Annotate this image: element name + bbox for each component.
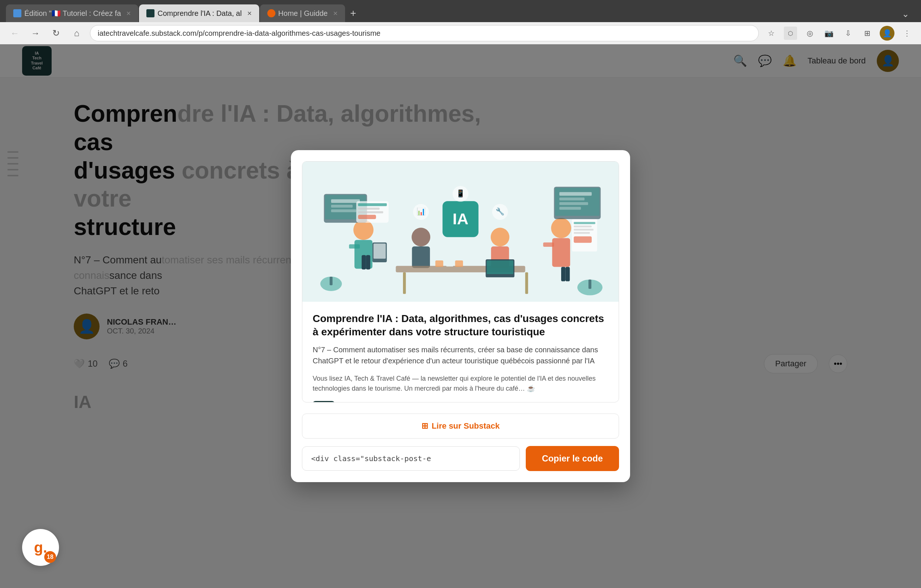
copy-code-button[interactable]: Copier le code: [526, 446, 619, 471]
code-copy-row: Copier le code: [302, 446, 619, 471]
modal-overlay[interactable]: IA: [0, 44, 921, 588]
tab-1-close[interactable]: ✕: [126, 10, 131, 17]
svg-rect-50: [574, 229, 594, 231]
tab-3-label: Home | Guidde: [278, 9, 328, 18]
page-background: IATechTravelCafé 🔍 💬 🔔 Tableau de bord 👤…: [0, 44, 921, 588]
preview-image: IA: [302, 161, 619, 302]
svg-rect-33: [559, 202, 588, 205]
svg-rect-18: [487, 261, 513, 274]
svg-rect-44: [435, 261, 443, 267]
address-bar[interactable]: iatechtravelcafe.substack.com/p/comprend…: [90, 25, 759, 41]
svg-text:🔧: 🔧: [496, 207, 505, 216]
svg-point-10: [412, 228, 430, 246]
read-on-substack-button[interactable]: ⊞ Lire sur Substack: [302, 414, 619, 438]
nav-icons: ☆ ⬡ ◎ 📷 ⇩ ⊞ 👤 ⋮: [765, 26, 914, 41]
svg-rect-27: [331, 205, 353, 208]
svg-rect-49: [574, 225, 592, 227]
embed-code-input[interactable]: [302, 446, 520, 471]
bookmark-icon[interactable]: ☆: [765, 26, 778, 40]
svg-rect-21: [543, 243, 554, 247]
svg-rect-22: [561, 267, 566, 282]
modal-card: IA: [291, 150, 630, 482]
svg-text:📱: 📱: [456, 189, 465, 198]
preview-card: IA: [302, 161, 619, 402]
svg-rect-6: [362, 255, 366, 269]
svg-point-15: [491, 228, 509, 246]
svg-rect-26: [331, 199, 360, 203]
home-button[interactable]: ⌂: [69, 26, 84, 41]
svg-rect-14: [526, 272, 528, 294]
svg-rect-38: [358, 211, 383, 213]
preview-body-text: Vous lisez IA, Tech & Travel Café — la n…: [312, 374, 609, 394]
url-text: iatechtravelcafe.substack.com/p/comprend…: [98, 29, 751, 37]
tab-2[interactable]: Comprendre l'IA : Data, al ✕: [139, 5, 259, 22]
svg-rect-13: [403, 272, 406, 294]
svg-rect-45: [446, 259, 454, 267]
menu-button[interactable]: ⋮: [900, 26, 914, 40]
svg-rect-46: [455, 261, 463, 267]
tab-list-button[interactable]: ⌄: [896, 6, 915, 22]
preview-description: N°7 – Comment automatiser ses mails récu…: [312, 344, 609, 366]
back-button[interactable]: ←: [7, 26, 22, 41]
svg-rect-31: [559, 192, 592, 196]
svg-rect-7: [366, 255, 371, 269]
svg-rect-28: [331, 210, 356, 212]
new-tab-button[interactable]: +: [346, 5, 361, 22]
tab-1[interactable]: Édition "🇫🇷 Tutoriel : Créez fa ✕: [6, 5, 138, 22]
preview-author-row: IATechTravelCafé Nicolas François IA, Te…: [312, 401, 609, 402]
svg-text:IA: IA: [453, 210, 469, 228]
svg-rect-51: [574, 232, 590, 234]
tab-3-close[interactable]: ✕: [333, 10, 338, 17]
tab-bar: Édition "🇫🇷 Tutoriel : Créez fa ✕ Compre…: [0, 0, 921, 22]
preview-illustration: IA: [302, 161, 619, 302]
nav-bar: ← → ↻ ⌂ iatechtravelcafe.substack.com/p/…: [0, 22, 921, 44]
tab-2-label: Comprendre l'IA : Data, al: [158, 9, 241, 18]
svg-rect-48: [574, 222, 596, 224]
tab-1-label: Édition "🇫🇷 Tutoriel : Créez fa: [24, 9, 121, 18]
extension-icon-5[interactable]: ⊞: [861, 26, 874, 40]
preview-content: Comprendre l'IA : Data, algorithmes, cas…: [302, 302, 619, 402]
extension-icon-1[interactable]: ⬡: [784, 26, 797, 40]
svg-rect-11: [412, 246, 430, 268]
tab-2-close[interactable]: ✕: [247, 10, 252, 17]
profile-avatar[interactable]: 👤: [880, 26, 895, 41]
preview-title: Comprendre l'IA : Data, algorithmes, cas…: [312, 312, 609, 339]
guidde-notification-count: 18: [44, 551, 56, 563]
extension-icon-2[interactable]: ◎: [803, 26, 816, 40]
svg-rect-39: [358, 215, 376, 219]
svg-rect-23: [566, 267, 570, 282]
svg-text:📊: 📊: [417, 207, 426, 216]
substack-icon: ⊞: [421, 421, 428, 431]
preview-author-logo: IATechTravelCafé: [312, 401, 335, 402]
svg-rect-30: [555, 188, 599, 216]
browser-chrome: Édition "🇫🇷 Tutoriel : Créez fa ✕ Compre…: [0, 0, 921, 44]
svg-point-19: [551, 218, 571, 238]
svg-rect-36: [358, 203, 387, 206]
svg-rect-34: [559, 207, 581, 210]
svg-rect-41: [330, 277, 333, 285]
reload-button[interactable]: ↻: [49, 26, 63, 41]
forward-button[interactable]: →: [28, 26, 43, 41]
svg-rect-43: [588, 280, 591, 289]
svg-rect-9: [374, 243, 386, 259]
svg-rect-5: [349, 244, 360, 249]
svg-rect-37: [358, 208, 380, 210]
svg-point-3: [353, 220, 374, 240]
svg-rect-32: [559, 197, 584, 200]
guidde-badge[interactable]: g. 18: [22, 529, 59, 566]
extension-icon-4[interactable]: ⇩: [841, 26, 854, 40]
svg-rect-20: [552, 238, 570, 267]
extension-icon-3[interactable]: 📷: [822, 26, 835, 40]
read-btn-label: Lire sur Substack: [432, 421, 500, 431]
tab-3[interactable]: Home | Guidde ✕: [260, 5, 345, 22]
svg-rect-52: [574, 236, 592, 243]
